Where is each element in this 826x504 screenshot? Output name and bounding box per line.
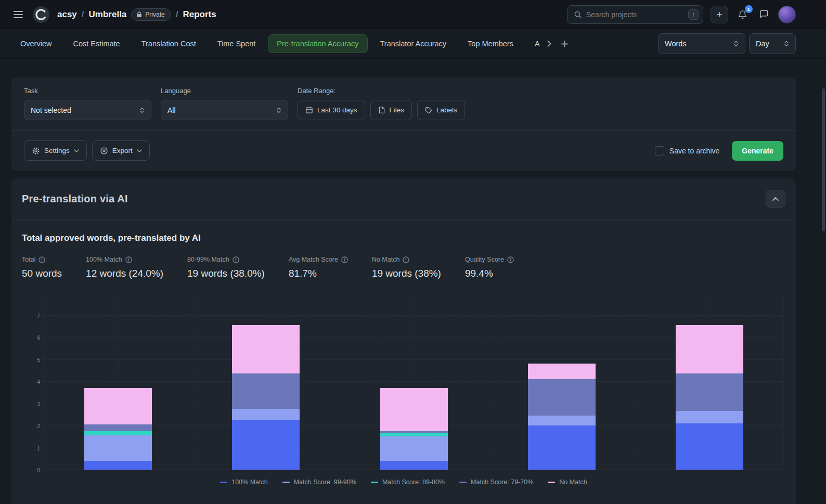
report-title: Pre-translation via AI (22, 193, 128, 205)
legend-item[interactable]: Match Score: 99-90% (282, 479, 356, 486)
bar-segment (232, 325, 300, 374)
date-range-button[interactable]: Last 30 days (298, 100, 365, 120)
notification-badge: 1 (745, 5, 753, 13)
notifications-button[interactable]: 1 (735, 7, 750, 22)
stat-label: Quality Score (465, 256, 504, 263)
bar-column (340, 296, 487, 470)
legend-item[interactable]: 100% Match (220, 479, 267, 486)
labels-filter-button[interactable]: Labels (417, 100, 465, 120)
search-input[interactable] (586, 10, 684, 19)
legend-item[interactable]: Match Score: 89-80% (371, 479, 445, 486)
tab-cost-estimate[interactable]: Cost Estimate (64, 34, 128, 53)
stacked-bar (232, 325, 300, 470)
tab-time-spent[interactable]: Time Spent (209, 34, 265, 53)
stat-label: Total (22, 256, 35, 263)
export-button[interactable]: Export (92, 140, 150, 161)
y-tick-label: 1 (29, 446, 40, 451)
bars-layer (44, 296, 783, 470)
legend-item[interactable]: Match Score: 79-70% (459, 479, 533, 486)
files-button-label: Files (390, 106, 405, 114)
legend-dash-icon (220, 482, 227, 483)
stacked-bar (84, 388, 152, 470)
stat-total: Total 50 words (22, 256, 62, 279)
tab-translation-cost[interactable]: Translation Cost (133, 34, 205, 53)
info-icon[interactable] (507, 256, 514, 263)
stat-avg-match-score: Avg Match Score 81.7% (289, 256, 348, 279)
add-tab-button[interactable] (558, 37, 571, 50)
caret-down-icon (137, 149, 142, 152)
filter-divider (11, 130, 796, 131)
bar-segment (676, 423, 743, 470)
collapse-button[interactable] (766, 190, 785, 208)
user-avatar[interactable] (778, 6, 796, 23)
bar-column (192, 296, 340, 470)
legend-dash-icon (282, 482, 290, 483)
info-icon[interactable] (125, 256, 132, 263)
bar-segment (380, 436, 448, 461)
app-logo[interactable] (32, 6, 50, 23)
stacked-bar-chart: 01234567 100% MatchMatch Score: 99-90%Ma… (22, 296, 785, 486)
task-select-value: Not selected (31, 106, 71, 114)
settings-button[interactable]: Settings (24, 140, 87, 161)
legend-dash-icon (371, 482, 378, 483)
legend-dash-icon (548, 482, 555, 483)
section-title: Total approved words, pre-translated by … (22, 233, 785, 243)
select-carets-icon (784, 40, 789, 47)
breadcrumb-org[interactable]: acsy (57, 9, 77, 20)
task-select[interactable]: Not selected (24, 100, 151, 120)
bar-segment (380, 388, 448, 431)
generate-button[interactable]: Generate (732, 141, 783, 161)
caret-down-icon (74, 149, 79, 152)
calendar-icon (305, 106, 313, 114)
info-icon[interactable] (233, 256, 239, 263)
private-badge-label: Private (145, 11, 164, 18)
period-select[interactable]: Day (749, 33, 796, 54)
legend-item[interactable]: No Match (548, 479, 587, 486)
info-icon[interactable] (341, 256, 348, 263)
tabs-scroll-right-button[interactable] (544, 37, 554, 50)
export-button-label: Export (112, 147, 133, 154)
stat-no-match: No Match 19 words (38%) (372, 256, 441, 279)
y-tick-label: 3 (29, 402, 40, 407)
menu-button[interactable] (11, 9, 25, 20)
unit-select[interactable]: Words (658, 33, 745, 54)
chat-icon (759, 9, 769, 19)
tab-top-members[interactable]: Top Members (459, 34, 522, 53)
breadcrumb-separator: / (176, 9, 178, 20)
files-filter-button[interactable]: Files (370, 100, 412, 120)
breadcrumb-project[interactable]: Umbrella (89, 9, 127, 20)
lock-icon (136, 11, 142, 18)
stat-label: No Match (372, 256, 400, 263)
gridline-x (783, 296, 784, 470)
bar-segment (528, 379, 596, 416)
legend-label: No Match (559, 479, 587, 486)
save-to-archive-checkbox[interactable] (655, 146, 664, 156)
messages-button[interactable] (757, 7, 771, 21)
bar-segment (380, 461, 448, 470)
info-icon[interactable] (38, 256, 45, 263)
search-box[interactable]: / (567, 5, 703, 24)
search-shortcut-key: / (688, 9, 699, 20)
legend-label: 100% Match (231, 479, 267, 486)
bar-segment (528, 364, 596, 379)
breadcrumb-page: Reports (183, 9, 216, 20)
tab-overview[interactable]: Overview (11, 34, 60, 53)
save-to-archive-label[interactable]: Save to archive (669, 147, 720, 155)
info-icon[interactable] (403, 256, 409, 263)
file-icon (378, 106, 385, 114)
breadcrumb-separator: / (82, 9, 84, 20)
bar-segment (528, 425, 596, 470)
language-select[interactable]: All (161, 100, 288, 120)
scrollbar[interactable] (822, 88, 825, 231)
gear-icon (32, 147, 40, 155)
tab-truncated[interactable]: A (526, 34, 540, 53)
labels-button-label: Labels (436, 106, 457, 114)
stat-value: 19 words (38.0%) (187, 268, 265, 279)
create-project-button[interactable]: + (711, 6, 728, 23)
tab-translator-accuracy[interactable]: Translator Accuracy (371, 34, 456, 53)
tab-pretranslation-accuracy[interactable]: Pre-translation Accuracy (268, 34, 367, 53)
stacked-bar (380, 388, 448, 470)
export-icon (100, 147, 108, 155)
topbar: acsy / Umbrella Private / Reports / + 1 (0, 0, 826, 29)
period-select-value: Day (756, 40, 769, 48)
